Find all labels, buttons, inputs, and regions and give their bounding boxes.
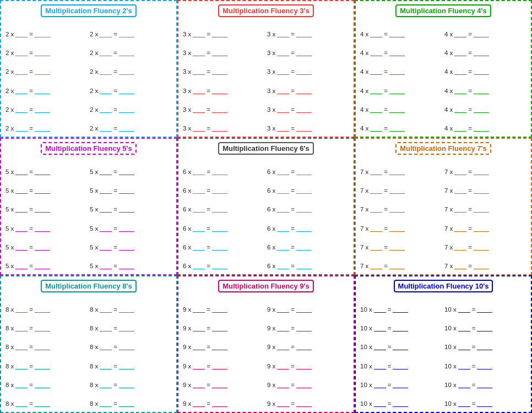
- blank-answer[interactable]: [212, 207, 227, 213]
- blank-factor[interactable]: [15, 51, 28, 56]
- blank-answer[interactable]: [296, 307, 312, 313]
- blank-answer[interactable]: [212, 107, 227, 113]
- blank-answer[interactable]: [296, 32, 312, 37]
- blank-factor[interactable]: [15, 307, 28, 313]
- blank-answer[interactable]: [35, 51, 50, 56]
- blank-factor[interactable]: [193, 326, 205, 332]
- blank-answer[interactable]: [119, 89, 134, 94]
- blank-factor[interactable]: [100, 32, 112, 37]
- blank-answer[interactable]: [212, 264, 227, 269]
- blank-factor[interactable]: [454, 51, 466, 56]
- blank-answer[interactable]: [119, 401, 134, 407]
- blank-factor[interactable]: [277, 364, 289, 369]
- blank-answer[interactable]: [119, 126, 134, 132]
- blank-answer[interactable]: [474, 51, 489, 56]
- blank-factor[interactable]: [15, 207, 28, 213]
- blank-answer[interactable]: [212, 307, 227, 313]
- blank-factor[interactable]: [454, 207, 466, 213]
- blank-answer[interactable]: [119, 170, 134, 175]
- blank-factor[interactable]: [100, 345, 112, 350]
- blank-answer[interactable]: [393, 307, 408, 313]
- blank-factor[interactable]: [193, 245, 205, 251]
- blank-answer[interactable]: [474, 226, 489, 232]
- blank-factor[interactable]: [374, 401, 386, 407]
- blank-factor[interactable]: [100, 126, 112, 132]
- blank-factor[interactable]: [100, 69, 112, 75]
- blank-factor[interactable]: [454, 69, 466, 75]
- blank-answer[interactable]: [35, 401, 50, 407]
- blank-answer[interactable]: [35, 264, 50, 269]
- blank-answer[interactable]: [296, 264, 312, 269]
- blank-factor[interactable]: [277, 326, 289, 332]
- blank-answer[interactable]: [389, 51, 405, 56]
- blank-factor[interactable]: [454, 32, 466, 37]
- blank-answer[interactable]: [474, 188, 489, 194]
- blank-answer[interactable]: [296, 326, 312, 332]
- blank-answer[interactable]: [119, 226, 134, 232]
- blank-factor[interactable]: [277, 69, 289, 75]
- blank-answer[interactable]: [212, 383, 227, 388]
- blank-answer[interactable]: [119, 69, 134, 75]
- blank-factor[interactable]: [454, 89, 466, 94]
- blank-answer[interactable]: [119, 245, 134, 251]
- blank-answer[interactable]: [35, 89, 50, 94]
- blank-factor[interactable]: [277, 170, 289, 175]
- blank-factor[interactable]: [370, 188, 382, 194]
- blank-factor[interactable]: [193, 89, 205, 94]
- blank-factor[interactable]: [100, 326, 112, 332]
- blank-factor[interactable]: [100, 401, 112, 407]
- blank-factor[interactable]: [193, 226, 205, 232]
- blank-answer[interactable]: [393, 326, 408, 332]
- blank-answer[interactable]: [474, 264, 489, 269]
- blank-factor[interactable]: [370, 126, 382, 132]
- blank-factor[interactable]: [277, 345, 289, 350]
- blank-answer[interactable]: [212, 326, 227, 332]
- blank-factor[interactable]: [15, 69, 28, 75]
- blank-answer[interactable]: [474, 170, 489, 175]
- blank-answer[interactable]: [393, 364, 408, 369]
- blank-factor[interactable]: [277, 89, 289, 94]
- blank-factor[interactable]: [193, 126, 205, 132]
- blank-factor[interactable]: [100, 51, 112, 56]
- blank-factor[interactable]: [374, 307, 386, 313]
- blank-factor[interactable]: [15, 264, 28, 269]
- blank-answer[interactable]: [212, 51, 227, 56]
- blank-answer[interactable]: [119, 207, 134, 213]
- blank-factor[interactable]: [100, 264, 112, 269]
- blank-factor[interactable]: [374, 383, 386, 388]
- blank-answer[interactable]: [393, 401, 408, 407]
- blank-answer[interactable]: [35, 307, 50, 313]
- blank-factor[interactable]: [15, 364, 28, 369]
- blank-factor[interactable]: [15, 89, 28, 94]
- blank-factor[interactable]: [15, 245, 28, 251]
- blank-factor[interactable]: [277, 383, 289, 388]
- blank-factor[interactable]: [370, 207, 382, 213]
- blank-factor[interactable]: [193, 69, 205, 75]
- blank-answer[interactable]: [296, 126, 312, 132]
- blank-factor[interactable]: [193, 32, 205, 37]
- blank-factor[interactable]: [193, 401, 205, 407]
- blank-answer[interactable]: [212, 188, 227, 194]
- blank-factor[interactable]: [370, 245, 382, 251]
- blank-answer[interactable]: [393, 383, 408, 388]
- blank-factor[interactable]: [15, 107, 28, 113]
- blank-factor[interactable]: [193, 364, 205, 369]
- blank-answer[interactable]: [212, 364, 227, 369]
- blank-factor[interactable]: [100, 89, 112, 94]
- blank-answer[interactable]: [35, 207, 50, 213]
- blank-factor[interactable]: [193, 307, 205, 313]
- blank-answer[interactable]: [296, 364, 312, 369]
- blank-answer[interactable]: [474, 207, 489, 213]
- blank-answer[interactable]: [212, 69, 227, 75]
- blank-factor[interactable]: [370, 69, 382, 75]
- blank-answer[interactable]: [296, 89, 312, 94]
- blank-factor[interactable]: [15, 226, 28, 232]
- blank-factor[interactable]: [374, 345, 386, 350]
- blank-factor[interactable]: [100, 207, 112, 213]
- blank-answer[interactable]: [119, 107, 134, 113]
- blank-factor[interactable]: [458, 401, 470, 407]
- blank-factor[interactable]: [458, 383, 470, 388]
- blank-answer[interactable]: [35, 364, 50, 369]
- blank-factor[interactable]: [193, 264, 205, 269]
- blank-factor[interactable]: [277, 264, 289, 269]
